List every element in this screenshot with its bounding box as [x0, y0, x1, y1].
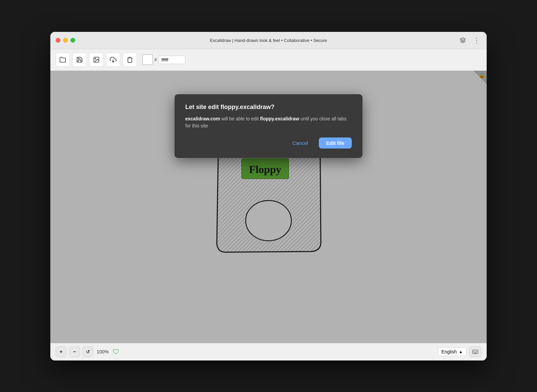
keyboard-button[interactable] — [469, 346, 481, 357]
chevron-up-icon: ▲ — [459, 349, 463, 354]
title-bar: Excalidraw | Hand-drawn look & feel • Co… — [50, 32, 487, 49]
dialog-actions: Cancel Edit file — [185, 137, 352, 149]
color-swatch[interactable] — [142, 54, 153, 65]
save-button[interactable] — [72, 53, 87, 67]
close-button[interactable] — [56, 38, 60, 43]
color-input[interactable] — [158, 56, 185, 64]
mac-window: Excalidraw | Hand-drawn look & feel • Co… — [50, 32, 487, 360]
dialog-file: floppy.excalidraw — [260, 116, 299, 121]
open-button[interactable] — [56, 53, 70, 67]
title-bar-actions: ⋮ — [458, 35, 481, 45]
zoom-out-button[interactable]: − — [69, 346, 80, 357]
export-button[interactable] — [106, 53, 120, 67]
extensions-icon[interactable] — [458, 35, 468, 45]
dialog-body: excalidraw.com will be able to edit flop… — [185, 115, 352, 129]
reset-zoom-button[interactable]: ↺ — [83, 346, 93, 357]
dialog-overlay: Let site edit floppy.excalidraw? excalid… — [50, 71, 487, 343]
zoom-controls: + − ↺ 100% — [56, 346, 109, 357]
window-title: Excalidraw | Hand-drawn look & feel • Co… — [210, 38, 327, 43]
cancel-button[interactable]: Cancel — [286, 137, 315, 149]
language-select[interactable]: English ▲ — [438, 347, 467, 356]
export-image-button[interactable] — [89, 53, 103, 67]
bottom-bar: + − ↺ 100% 🛡 English ▲ — [50, 343, 487, 360]
minimize-button[interactable] — [63, 38, 68, 43]
hash-symbol: # — [154, 57, 157, 62]
shield-icon: 🛡 — [113, 348, 119, 356]
color-picker: # — [142, 54, 185, 65]
dialog-title: Let site edit floppy.excalidraw? — [185, 104, 352, 111]
traffic-lights — [56, 38, 75, 43]
app-content: # 🔒 — [50, 49, 487, 360]
toolbar: # — [50, 49, 487, 71]
bottom-right: English ▲ — [438, 346, 481, 357]
edit-file-button[interactable]: Edit file — [319, 137, 352, 149]
zoom-level: 100% — [96, 349, 109, 354]
zoom-in-button[interactable]: + — [56, 346, 66, 357]
more-options-icon[interactable]: ⋮ — [471, 35, 481, 45]
maximize-button[interactable] — [70, 38, 75, 43]
dialog-site: excalidraw.com — [185, 116, 220, 121]
delete-button[interactable] — [123, 53, 137, 67]
canvas-area[interactable]: 🔒 Floppy — [50, 71, 487, 343]
language-label: English — [441, 349, 457, 354]
permission-dialog: Let site edit floppy.excalidraw? excalid… — [175, 94, 362, 158]
svg-point-1 — [95, 58, 96, 59]
